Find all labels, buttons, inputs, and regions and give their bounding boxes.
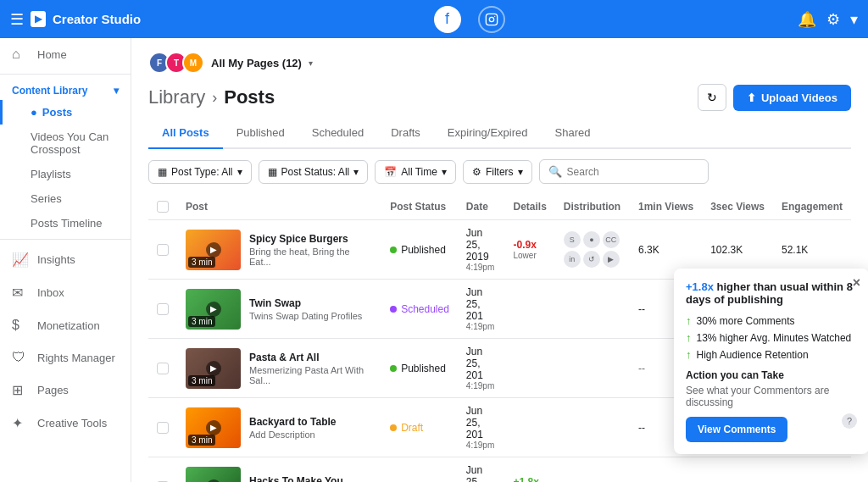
popup-close-button[interactable]: ×	[853, 275, 860, 291]
sidebar-section-content-library[interactable]: Content Library ▾	[0, 78, 131, 100]
row-post-cell: ▶ 3 min Hacks To Make You... Backyard to…	[177, 457, 381, 483]
tab-scheduled[interactable]: Scheduled	[298, 118, 377, 149]
sidebar-label-insights: Insights	[37, 253, 75, 266]
status-dot	[390, 424, 397, 431]
tab-drafts[interactable]: Drafts	[377, 118, 434, 149]
sidebar-item-monetization[interactable]: $ Monetization	[0, 309, 131, 341]
tab-shared[interactable]: Shared	[542, 118, 604, 149]
select-all-checkbox[interactable]	[157, 201, 169, 213]
post-type-icon: ▦	[158, 166, 167, 178]
popup-help-icon[interactable]: ?	[842, 413, 857, 429]
post-type-filter[interactable]: ▦ Post Type: All ▾	[148, 160, 252, 184]
row-checkbox[interactable]	[157, 244, 169, 256]
row-details-cell	[504, 398, 554, 457]
facebook-platform-icon[interactable]: f	[434, 6, 461, 33]
row-distribution-cell	[555, 280, 630, 339]
all-time-filter[interactable]: 📅 All Time ▾	[375, 160, 456, 184]
sidebar-item-posts-timeline[interactable]: Posts Timeline	[0, 211, 131, 235]
post-desc: Twins Swap Dating Profiles	[249, 311, 373, 321]
sidebar-label-monetization: Monetization	[37, 319, 100, 332]
notifications-icon[interactable]: 🔔	[798, 10, 816, 29]
row-post-cell: ▶ 3 min Spicy Spice Burgers Bring the he…	[177, 220, 381, 280]
video-duration: 3 min	[188, 316, 215, 327]
popup-desc: See what your Commentors are discussing	[686, 385, 857, 408]
search-icon: 🔍	[548, 165, 562, 178]
sidebar-item-crosspost[interactable]: Videos You Can Crosspost	[0, 125, 131, 162]
play-icon: ▶	[206, 420, 221, 435]
post-date: Jun 25, 201	[466, 286, 497, 322]
views-1min: --	[638, 303, 645, 315]
row-date-cell: Jun 25, 2019 4:19pm	[458, 220, 505, 280]
play-icon: ▶	[206, 361, 221, 376]
header-actions: ↻ ⬆ Upload Videos	[698, 84, 851, 111]
page-avatars: F T M	[148, 52, 204, 74]
row-date-cell: Jun 25, 201 4:19pm	[458, 398, 505, 457]
sidebar-item-pages[interactable]: ⊞ Pages	[0, 374, 131, 407]
popup-line-3-text: High Audience Retention	[697, 349, 809, 361]
page-selector-label[interactable]: All My Pages (12)	[211, 57, 302, 69]
filters-button[interactable]: ⚙ Filters ▾	[463, 160, 532, 184]
sidebar-item-rights[interactable]: 🛡 Rights Manager	[0, 341, 131, 374]
refresh-button[interactable]: ↻	[698, 84, 726, 111]
all-time-chevron-icon: ▾	[442, 166, 447, 178]
view-comments-button[interactable]: View Comments	[686, 417, 787, 442]
metric-value: +1.8x	[513, 476, 546, 482]
sidebar-item-creative-tools[interactable]: ✦ Creative Tools	[0, 407, 131, 440]
instagram-platform-icon[interactable]	[478, 6, 505, 33]
views-1min: --	[638, 422, 645, 434]
views-1min: 6.3K	[638, 244, 659, 256]
views-3sec: 102.3K	[710, 244, 743, 256]
post-info: Hacks To Make You... Backyard to table	[249, 475, 373, 483]
post-info: Spicy Spice Burgers Bring the heat, Brin…	[249, 233, 373, 267]
popup-line-3: ↑ High Audience Retention	[686, 348, 857, 361]
post-date: Jun 25, 2019	[466, 464, 497, 482]
tab-published[interactable]: Published	[223, 118, 298, 149]
views-1min: --	[638, 363, 645, 374]
arrow-up-icon-3: ↑	[686, 348, 692, 361]
row-status-cell: Published	[381, 457, 458, 483]
account-chevron-icon[interactable]: ▾	[850, 10, 858, 29]
page-selector-chevron-icon[interactable]: ▾	[309, 58, 313, 68]
post-date: Jun 25, 2019	[466, 227, 497, 263]
popup-title: +1.8x higher than usual within 8 days of…	[686, 280, 857, 306]
popup-line-1: ↑ 30% more Comments	[686, 314, 857, 327]
tab-expiring[interactable]: Expiring/Expired	[434, 118, 542, 149]
sidebar-item-inbox[interactable]: ✉ Inbox	[0, 276, 131, 309]
upload-videos-button[interactable]: ⬆ Upload Videos	[733, 85, 851, 111]
hamburger-icon[interactable]: ☰	[10, 10, 24, 29]
sidebar-item-home[interactable]: ⌂ Home	[0, 38, 131, 70]
sidebar-label-content-library: Content Library	[12, 85, 87, 97]
monetization-icon: $	[12, 318, 29, 333]
tab-all-posts[interactable]: All Posts	[148, 118, 223, 149]
breadcrumb: Library › Posts	[148, 86, 275, 108]
settings-icon[interactable]: ⚙	[826, 10, 840, 29]
post-time: 4:19pm	[466, 440, 497, 450]
dist-icon: ▶	[603, 251, 620, 268]
calendar-icon: 📅	[384, 166, 397, 178]
search-input[interactable]	[567, 166, 699, 178]
sidebar-item-playlists[interactable]: Playlists	[0, 162, 131, 186]
sidebar-label-series: Series	[31, 192, 62, 205]
sidebar-item-series[interactable]: Series	[0, 186, 131, 211]
row-checkbox[interactable]	[157, 422, 169, 434]
creator-studio-logo-icon: ▶	[31, 11, 46, 27]
tabs-bar: All Posts Published Scheduled Drafts Exp…	[148, 118, 851, 149]
search-input-wrap[interactable]: 🔍	[539, 159, 709, 184]
col-engagement: Engagement	[773, 194, 851, 220]
sidebar-item-posts[interactable]: ● Posts	[0, 100, 131, 125]
row-checkbox[interactable]	[157, 303, 169, 315]
row-checkbox[interactable]	[157, 363, 169, 374]
post-desc: Mesmerizing Pasta Art With Sal...	[249, 365, 373, 385]
post-thumbnail: ▶ 3 min	[186, 407, 241, 448]
col-date: Date	[458, 194, 505, 220]
sidebar-item-insights[interactable]: 📈 Insights	[0, 243, 131, 276]
svg-point-1	[489, 17, 493, 21]
post-status-filter[interactable]: ▦ Post Status: All ▾	[259, 160, 369, 184]
inbox-icon: ✉	[12, 285, 29, 301]
sidebar-label-home: Home	[37, 48, 67, 61]
row-distribution-cell	[555, 457, 630, 483]
post-info: Twin Swap Twins Swap Dating Profiles	[249, 297, 373, 321]
row-1min-cell: 3.6K	[630, 457, 702, 483]
arrow-up-icon-2: ↑	[686, 331, 692, 344]
play-icon: ▶	[206, 242, 221, 258]
